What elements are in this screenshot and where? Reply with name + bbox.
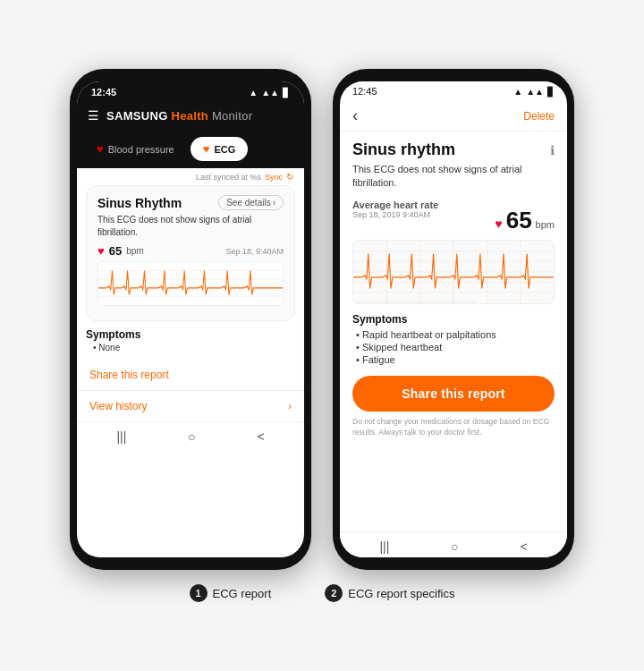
avg-bpm-value: 65 [506,207,532,234]
back-icon[interactable]: < [257,429,264,444]
phone2-symptoms-section: Symptoms • Rapid heartbeat or palpitatio… [352,313,555,367]
disclaimer-text: Do not change your medications or dosage… [352,417,555,438]
battery-icon2: ▊ [547,87,555,97]
phone2-header: ‹ Delete [340,99,567,132]
bpm-unit: bpm [126,246,143,256]
record-date: Sep 18, 9:40AM [225,247,284,256]
big-heart-icon: ♥ [495,217,502,231]
chevron-right-icon: › [288,400,292,412]
refresh-icon: ↻ [286,172,293,182]
phone1-navbar: ☰ SAMSUNG Health Monitor [77,101,304,130]
phone2-bottom-bar: ||| ○ < [340,531,567,557]
home-icon[interactable]: ○ [188,429,195,444]
symptoms-title: Symptoms [86,328,295,341]
tab-ecg-label: ECG [214,144,235,155]
share-report-link[interactable]: Share this report [77,360,304,391]
symptom-skipped: • Skipped heartbeat [352,342,555,352]
phone2-status-icons: ▲ ▲▲ ▊ [513,87,555,97]
bpm-left: ♥ 65 bpm [97,244,144,258]
share-report-button[interactable]: Share this report [352,376,555,412]
symptoms-section: Symptoms • None [86,328,295,352]
caption1-label: ECG report [213,587,272,600]
ecg-wave-svg2: ________________________________________… [353,241,554,303]
app-title: SAMSUNG Health Monitor [106,109,252,123]
card-title: Sinus Rhythm [97,196,182,210]
last-synced-text: Last synced at %s [196,173,261,182]
tab-bp-label: Blood pressure [108,144,174,155]
tab-row: ♥ Blood pressure ♥ ECG [77,130,304,168]
badge2: 2 [325,584,343,602]
recent-apps-icon[interactable]: ||| [116,429,126,444]
caption1: 1 ECG report [190,584,272,602]
wifi-icon: ▲ [249,88,258,98]
view-history-row[interactable]: View history › [77,391,304,421]
back-icon2[interactable]: < [520,539,527,554]
phone2-body: Sinus rhythm ℹ This ECG does not show si… [340,132,567,531]
info-icon[interactable]: ℹ [550,143,555,157]
phone2-screen: 12:45 ▲ ▲▲ ▊ ‹ Delete Sinus rhy [340,81,567,557]
phone1-time: 12:45 [91,87,116,98]
phone1-bottom-bar: ||| ○ < [77,421,304,447]
avg-hr-section: Average heart rate Sep 18, 2019 9:40AM ♥… [352,200,555,234]
recent-apps-icon2[interactable]: ||| [379,539,389,554]
phone2-symptoms-title: Symptoms [352,313,555,326]
phone2-title-row: Sinus rhythm ℹ [352,140,555,159]
sync-row: Last synced at %s Sync ↻ [77,168,304,185]
tab-blood-pressure[interactable]: ♥ Blood pressure [86,137,185,161]
card-desc: This ECG does not show signs of atrial f… [97,214,284,239]
phone1-status-icons: ▲ ▲▲ ▊ [249,88,290,98]
battery-icon: ▊ [283,88,290,98]
phone2-main-title: Sinus rhythm [352,140,455,159]
phone2-wrapper: 12:45 ▲ ▲▲ ▊ ‹ Delete Sinus rhy [333,69,574,570]
heart-icon: ♥ [97,244,105,258]
tab-ecg[interactable]: ♥ ECG [191,137,249,161]
phone1-wrapper: 12:45 ▲ ▲▲ ▊ ☰ SAMSUNG Health Monitor [70,69,311,570]
bpm-value: 65 [109,244,122,258]
phone2-desc: This ECG does not show signs of atrial f… [352,163,555,191]
svg-text:______________________________: ________________________________________… [356,297,477,302]
signal-icon2: ▲▲ [526,87,544,97]
ecg-wave-box2: ________________________________________… [352,240,555,304]
badge1: 1 [190,584,208,602]
symptom-none: • None [86,343,295,352]
card-title-row: Sinus Rhythm See details › [97,195,284,210]
home-icon2[interactable]: ○ [451,539,458,554]
health-text: Health [168,109,208,123]
avg-bpm-unit: bpm [536,219,555,230]
phone1-status-bar: 12:45 ▲ ▲▲ ▊ [77,81,304,101]
see-details-label: See details [226,198,270,208]
sinus-rhythm-card: Sinus Rhythm See details › This ECG does… [86,185,295,321]
ecg-wave-box [97,261,284,306]
ecg-heart-icon: ♥ [203,142,210,156]
phone2-status-bar: 12:45 ▲ ▲▲ ▊ [340,81,567,99]
bp-heart-icon: ♥ [97,142,104,156]
caption2: 2 ECG report specifics [325,584,454,602]
phone1-screen: 12:45 ▲ ▲▲ ▊ ☰ SAMSUNG Health Monitor [77,81,304,557]
phone1-shell: 12:45 ▲ ▲▲ ▊ ☰ SAMSUNG Health Monitor [70,69,311,570]
symptom-rapid: • Rapid heartbeat or palpitations [352,329,555,340]
sync-button[interactable]: Sync [265,173,283,182]
ecg-wave-svg [98,262,283,305]
monitor-text: Monitor [208,109,252,123]
wifi-icon2: ▲ [513,87,522,97]
phone2-time: 12:45 [352,86,377,97]
svg-rect-0 [98,262,283,305]
bpm-row: ♥ 65 bpm Sep 18, 9:40AM [97,244,284,258]
hamburger-icon[interactable]: ☰ [88,108,99,123]
see-details-button[interactable]: See details › [218,195,284,210]
delete-button[interactable]: Delete [523,110,555,123]
signal-icon: ▲▲ [261,88,279,98]
caption-row: 1 ECG report 2 ECG report specifics [190,584,455,602]
back-button[interactable]: ‹ [352,106,358,125]
samsung-text: SAMSUNG [106,109,168,123]
caption2-label: ECG report specifics [348,587,454,600]
view-history-label: View history [89,400,147,412]
symptom-fatigue: • Fatigue [352,354,555,365]
chevron-right-icon: › [273,198,275,208]
phone2-shell: 12:45 ▲ ▲▲ ▊ ‹ Delete Sinus rhy [333,69,574,570]
